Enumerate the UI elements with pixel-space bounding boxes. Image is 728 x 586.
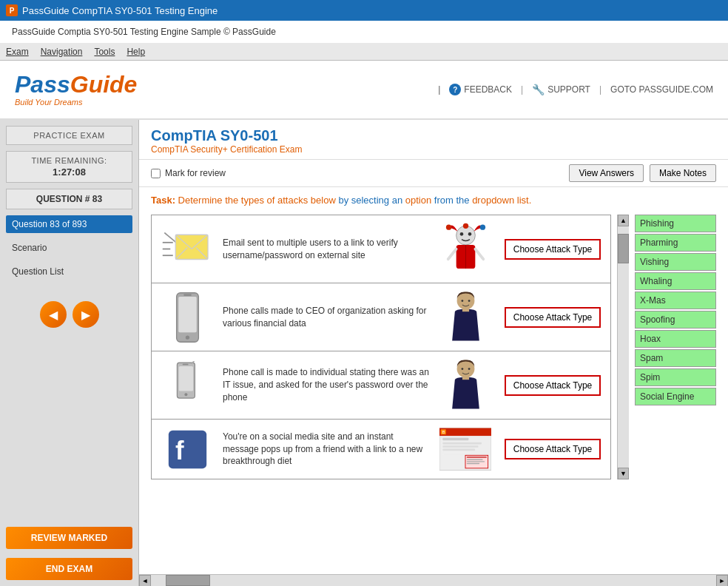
svg-rect-49 xyxy=(467,461,485,462)
sidebar-item-current-question[interactable]: Question 83 of 893 xyxy=(6,215,132,233)
menu-bar: Exam Navigation Tools Help xyxy=(0,43,728,61)
review-marked-button[interactable]: REVIEW MARKED xyxy=(6,527,132,549)
row3-dropdown-area: Choose Attack Type xyxy=(501,375,604,396)
main-layout: PRACTICE EXAM Time Remaining: 1:27:08 QU… xyxy=(0,120,728,586)
svg-rect-25 xyxy=(462,308,468,312)
question-toolbar: Mark for review View Answers Make Notes xyxy=(139,160,728,187)
svg-point-12 xyxy=(459,232,463,236)
row3-choose-button[interactable]: Choose Attack Type xyxy=(505,375,601,396)
row4-choose-button[interactable]: Choose Attack Type xyxy=(505,439,601,459)
content-area: CompTIA SY0-501 CompTIA Security+ Certif… xyxy=(139,120,728,586)
question-content: Task: Determine the types of attacks bel… xyxy=(139,187,728,574)
menu-tools[interactable]: Tools xyxy=(94,47,115,57)
header: PassGuide Build Your Dreams | ? FEEDBACK… xyxy=(0,61,728,120)
answer-hoax[interactable]: Hoax xyxy=(635,330,716,348)
nav-buttons: ◀ ▶ xyxy=(6,301,132,328)
feedback-link[interactable]: ? FEEDBACK xyxy=(449,84,512,95)
phone-icon xyxy=(171,292,204,343)
scroll-right-button[interactable]: ► xyxy=(716,575,728,587)
answer-social-engine[interactable]: Social Engine xyxy=(635,388,716,405)
time-remaining-label: Time Remaining: xyxy=(13,156,126,165)
row1-text: Email sent to multiple users to a link t… xyxy=(223,237,430,262)
svg-rect-50 xyxy=(467,463,480,464)
time-remaining-section: Time Remaining: 1:27:08 xyxy=(6,151,132,183)
logo-area: PassGuide Build Your Dreams xyxy=(15,73,137,107)
question-rows: Email sent to multiple users to a link t… xyxy=(151,215,611,479)
sidebar-item-scenario[interactable]: Scenario xyxy=(6,239,132,257)
svg-point-13 xyxy=(468,232,471,236)
answer-spim[interactable]: Spim xyxy=(635,368,716,386)
toolbar-buttons: View Answers Make Notes xyxy=(569,164,716,182)
answer-spam[interactable]: Spam xyxy=(635,349,716,367)
prev-button[interactable]: ◀ xyxy=(40,301,67,328)
hacker-icon xyxy=(445,221,486,277)
goto-link[interactable]: GOTO PASSGUIDE.COM xyxy=(610,84,713,95)
question-row-2: Phone calls made to CEO of organization … xyxy=(152,283,610,351)
mark-review-label: Mark for review xyxy=(165,168,226,178)
vertical-scrollbar[interactable]: ▲ ▼ xyxy=(617,215,629,479)
question-icon: ? xyxy=(449,84,461,95)
question-number-section: QUESTION # 83 xyxy=(6,189,132,209)
h-scroll-thumb[interactable] xyxy=(166,575,210,586)
logo-tagline: Build Your Dreams xyxy=(15,98,137,107)
row1-choose-button[interactable]: Choose Attack Type xyxy=(505,239,601,260)
answer-phishing[interactable]: Phishing xyxy=(635,215,716,232)
row1-dropdown-area: Choose Attack Type xyxy=(501,239,604,260)
time-value: 1:27:08 xyxy=(13,166,126,178)
end-exam-button[interactable]: END EXAM xyxy=(6,558,132,580)
row4-text: You're on a social media site and an ins… xyxy=(223,431,430,468)
question-subtitle: CompTIA Security+ Certification Exam xyxy=(151,144,716,155)
tool-icon: 🔧 xyxy=(532,84,545,95)
facebook-icon-area: f xyxy=(158,429,217,470)
screenshot-icon: B xyxy=(439,427,491,471)
menu-navigation[interactable]: Navigation xyxy=(41,47,83,57)
question-row-3: Phone call is made to individual stating… xyxy=(152,351,610,420)
answer-xmas[interactable]: X-Mas xyxy=(635,292,716,309)
horizontal-scrollbar[interactable]: ◄ ► xyxy=(139,574,728,586)
answer-whaling[interactable]: Whaling xyxy=(635,272,716,290)
sidebar-item-question-list[interactable]: Question List xyxy=(6,263,132,280)
feedback-label: FEEDBACK xyxy=(464,84,512,95)
svg-line-17 xyxy=(475,249,483,260)
svg-rect-44 xyxy=(442,449,475,451)
next-button[interactable]: ▶ xyxy=(73,301,99,328)
question-row-4: f You're on a social media site and an i… xyxy=(152,420,610,479)
scroll-left-button[interactable]: ◄ xyxy=(139,575,151,587)
mark-review-checkbox[interactable] xyxy=(151,169,161,178)
divider3: | xyxy=(599,84,601,95)
row4-dropdown-area: Choose Attack Type xyxy=(501,439,604,459)
practice-exam-section: PRACTICE EXAM xyxy=(6,126,132,145)
svg-rect-27 xyxy=(179,366,193,391)
scroll-up-button[interactable]: ▲ xyxy=(618,215,629,226)
svg-text:B: B xyxy=(442,429,445,434)
info-bar-text: PassGuide Comptia SY0-501 Testing Engine… xyxy=(12,27,276,37)
view-answers-button[interactable]: View Answers xyxy=(569,164,643,182)
person1-icon xyxy=(445,289,486,345)
header-links: | ? FEEDBACK | 🔧 SUPPORT | GOTO PASSGUID… xyxy=(438,84,713,95)
support-link[interactable]: 🔧 SUPPORT xyxy=(532,84,590,95)
svg-text:f: f xyxy=(175,436,184,465)
scroll-thumb[interactable] xyxy=(618,234,629,263)
svg-rect-41 xyxy=(442,438,468,441)
envelope-icon xyxy=(161,229,213,269)
row2-text: Phone calls made to CEO of organization … xyxy=(223,305,430,330)
make-notes-button[interactable]: Make Notes xyxy=(650,164,716,182)
goto-label: GOTO PASSGUIDE.COM xyxy=(610,84,713,95)
svg-rect-43 xyxy=(442,445,478,448)
menu-help[interactable]: Help xyxy=(127,47,145,57)
task-text: Task: Determine the types of attacks bel… xyxy=(151,195,716,206)
answer-pharming[interactable]: Pharming xyxy=(635,234,716,252)
logo-text: PassGuide xyxy=(15,73,137,96)
question-number: QUESTION # 83 xyxy=(13,194,126,204)
menu-exam[interactable]: Exam xyxy=(6,47,29,57)
row2-choose-button[interactable]: Choose Attack Type xyxy=(505,307,601,328)
answer-vishing[interactable]: Vishing xyxy=(635,253,716,271)
svg-rect-34 xyxy=(462,376,468,380)
question-table-wrapper: Email sent to multiple users to a link t… xyxy=(151,215,716,479)
phone1-icon-area xyxy=(158,292,217,343)
svg-point-10 xyxy=(479,225,485,230)
answer-spoofing[interactable]: Spoofing xyxy=(635,311,716,329)
scroll-down-button[interactable]: ▼ xyxy=(618,468,629,479)
svg-rect-19 xyxy=(178,297,197,332)
svg-point-8 xyxy=(456,226,475,245)
